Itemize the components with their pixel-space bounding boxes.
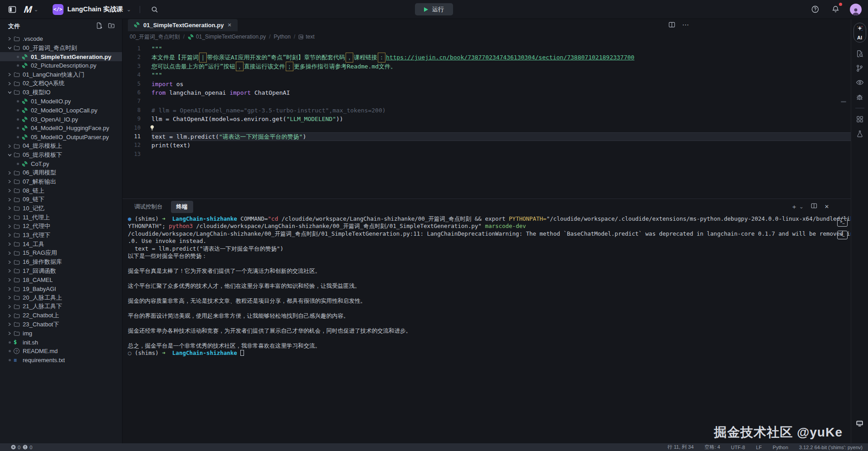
extensions-grid-icon[interactable] — [853, 112, 867, 126]
remote-monitor-icon[interactable] — [853, 416, 867, 431]
tree-item[interactable]: 01_SimpleTextGeneration.py — [0, 52, 122, 61]
tree-item[interactable]: 09_链下 — [0, 195, 122, 204]
new-terminal-icon[interactable]: ＋ — [791, 204, 797, 210]
help-icon[interactable] — [809, 4, 821, 15]
error-count[interactable]: 0 — [11, 445, 20, 450]
tree-item[interactable]: 03_模型IO — [0, 88, 122, 97]
tree-item[interactable]: 00_开篇词_奇点时刻 — [0, 44, 122, 53]
tree-item[interactable]: 21_人脉工具下 — [0, 302, 122, 311]
scrollbar-marker[interactable] — [841, 101, 846, 102]
status-item[interactable]: 空格: 4 — [705, 444, 720, 451]
editor-tab[interactable]: 01_SimpleTextGeneration.py ✕ — [128, 19, 238, 31]
tab-debug-console[interactable]: 调试控制台 — [129, 201, 168, 213]
status-item[interactable]: LF — [756, 445, 762, 450]
code-line[interactable]: 2本文件是【开篇词｜带你亲证AI应用开发的“奇点”时刻】章节的配套代码，课程链接… — [122, 53, 851, 62]
tree-item[interactable]: 05_ModelIO_OutputParser.py — [0, 133, 122, 142]
tree-item[interactable]: $init.sh — [0, 338, 122, 347]
status-item[interactable]: 行 11, 列 34 — [668, 444, 694, 451]
tree-item[interactable]: 06_调用模型 — [0, 168, 122, 177]
split-editor-icon[interactable] — [668, 21, 675, 30]
code-line[interactable]: 10 — [122, 124, 851, 132]
terminal[interactable]: ● (shims) ➜ LangChain-shizhanke COMMAND=… — [122, 214, 851, 443]
tree-item[interactable]: 05_提示模板下 — [0, 150, 122, 160]
notifications-bell-icon[interactable] — [829, 4, 841, 15]
debug-bug-icon[interactable] — [853, 90, 867, 104]
tree-item[interactable]: 13_代理下 — [0, 231, 122, 240]
ai-assistant-button[interactable]: AI — [853, 23, 866, 43]
top-bar: M ⌄ </> LangChain 实战课 ⌄ 运行 — [0, 0, 868, 19]
tree-item[interactable]: 01_ModelIO.py — [0, 97, 122, 106]
project-name[interactable]: LangChain 实战课 — [68, 5, 123, 14]
close-icon[interactable]: ✕ — [228, 22, 232, 28]
close-panel-icon[interactable]: ✕ — [824, 204, 829, 210]
status-item[interactable]: 3.12.2 64-bit ('shims': pyenv) — [799, 445, 863, 450]
tree-item[interactable]: ≡requirements.txt — [0, 356, 122, 365]
tree-item[interactable]: 14_工具 — [0, 240, 122, 249]
tree-item[interactable]: 12_代理中 — [0, 222, 122, 231]
tab-terminal[interactable]: 终端 — [171, 201, 193, 213]
terminal-session-icon[interactable]: >_ — [837, 218, 848, 227]
code-editor[interactable]: 1"""2本文件是【开篇词｜带你亲证AI应用开发的“奇点”时刻】章节的配套代码，… — [122, 42, 851, 199]
tree-item[interactable]: 20_人脉工具上 — [0, 293, 122, 302]
lightbulb-icon[interactable] — [150, 125, 155, 131]
code-line[interactable]: 9llm = ChatOpenAI(model=os.environ.get("… — [122, 115, 851, 123]
tree-item[interactable]: 16_操作数据库 — [0, 257, 122, 267]
code-line[interactable]: 1""" — [122, 44, 851, 53]
code-line[interactable]: 4""" — [122, 71, 851, 79]
tree-item[interactable]: 03_OpenAI_IO.py — [0, 115, 122, 124]
tree-item[interactable]: 10_记忆 — [0, 204, 122, 213]
split-terminal-icon[interactable] — [811, 203, 817, 211]
tree-item[interactable]: 02_PictureDescription.py — [0, 61, 122, 70]
new-file-icon[interactable] — [96, 22, 102, 31]
tree-item[interactable]: 22_Chatbot上 — [0, 311, 122, 320]
breadcrumb-item[interactable]: 01_SimpleTextGeneration.py — [188, 34, 266, 40]
tree-item[interactable]: 23_Chatbot下 — [0, 320, 122, 329]
problems-summary[interactable]: 00 — [11, 445, 32, 450]
more-icon[interactable]: ⋯ — [682, 21, 689, 30]
search-icon[interactable] — [149, 4, 161, 15]
test-flask-icon[interactable] — [853, 126, 867, 141]
chevron-down-icon[interactable]: ⌄ — [127, 7, 131, 12]
tree-item[interactable]: 04_提示模板上 — [0, 141, 122, 150]
breadcrumb-item[interactable]: Python — [273, 34, 290, 40]
tree-item[interactable]: 02_ModelIO_LoopCall.py — [0, 106, 122, 115]
tree-item[interactable]: ?README.md — [0, 347, 122, 356]
new-folder-icon[interactable] — [108, 22, 115, 31]
code-line[interactable]: 11text = llm.predict("请表达一下对掘金平台的赞扬") — [122, 132, 851, 141]
breadcrumb-item[interactable]: 00_开篇词_奇点时刻 — [130, 33, 180, 41]
symbol-icon — [298, 34, 303, 39]
tree-item[interactable]: CoT.py — [0, 160, 122, 169]
tree-item[interactable]: img — [0, 329, 122, 338]
code-line[interactable]: 12print(text) — [122, 141, 851, 150]
code-line[interactable]: 7 — [122, 97, 851, 106]
status-item[interactable]: UTF-8 — [731, 445, 745, 450]
tree-item[interactable]: .vscode — [0, 34, 122, 44]
status-item[interactable]: Python — [773, 445, 788, 450]
tree-item[interactable]: 15_RAG应用 — [0, 249, 122, 258]
code-line[interactable]: 8# llm = OpenAI(model_name="gpt-3.5-turb… — [122, 106, 851, 115]
run-button[interactable]: 运行 — [415, 3, 453, 15]
warning-count[interactable]: 0 — [23, 445, 32, 450]
toggle-sidebar-icon[interactable] — [6, 4, 18, 15]
file-search-icon[interactable] — [853, 46, 867, 61]
git-branch-icon[interactable] — [853, 61, 867, 75]
tree-item[interactable]: 19_BabyAGI — [0, 284, 122, 293]
tree-item[interactable]: 01_LangChain快速入门 — [0, 70, 122, 79]
breadcrumb-item[interactable]: text — [298, 34, 314, 40]
code-line[interactable]: 6from langchain_openai import ChatOpenAI — [122, 88, 851, 97]
terminal-session-icon[interactable]: >_ — [837, 231, 848, 239]
code-line[interactable]: 3您可以点击最上方的“运行”按钮，直接运行该文件；更多操作指引请参考Readme… — [122, 62, 851, 71]
tree-item[interactable]: 02_文档QA系统 — [0, 79, 122, 88]
chevron-down-icon[interactable]: ⌄ — [799, 204, 804, 209]
tree-item[interactable]: 17_回调函数 — [0, 267, 122, 276]
chevron-down-icon[interactable]: ⌄ — [34, 7, 39, 12]
code-line[interactable]: 5import os — [122, 80, 851, 88]
preview-eye-icon[interactable] — [853, 75, 867, 90]
tree-item[interactable]: 04_ModelIO_HuggingFace.py — [0, 124, 122, 133]
tree-item[interactable]: 08_链上 — [0, 186, 122, 195]
user-avatar[interactable] — [850, 4, 862, 15]
tree-item[interactable]: 07_解析输出 — [0, 177, 122, 186]
tree-item[interactable]: 18_CAMEL — [0, 276, 122, 285]
tree-item[interactable]: 11_代理上 — [0, 213, 122, 222]
code-line[interactable]: 13 — [122, 150, 851, 159]
